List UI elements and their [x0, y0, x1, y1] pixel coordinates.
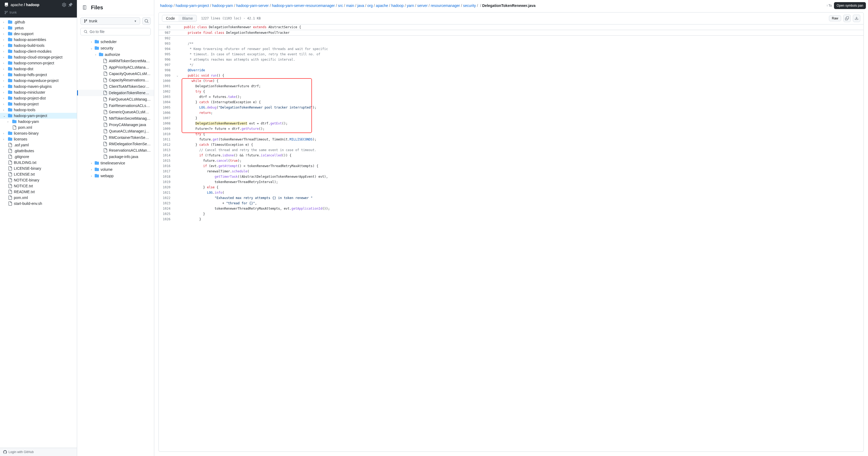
file-tree-item[interactable]: ›authorize — [77, 51, 154, 58]
tree-item-hadoop-assemblies[interactable]: ›hadoop-assemblies — [0, 37, 77, 42]
download-icon[interactable] — [853, 14, 860, 22]
tree-item-pom.xml[interactable]: pom.xml — [0, 195, 77, 201]
tree-item-hadoop-yarn[interactable]: ›hadoop-yarn — [0, 119, 77, 124]
code-line[interactable]: 1022 "Exhausted max retry attempts {} in… — [159, 195, 864, 201]
file-tree-item[interactable]: RMContainerTokenSecre... — [77, 134, 154, 141]
tree-item-hadoop-tools[interactable]: ›hadoop-tools — [0, 107, 77, 113]
code-line[interactable]: 997 */ — [159, 62, 864, 68]
breadcrumb-segment[interactable]: resourcemanager — [431, 3, 460, 8]
search-button[interactable] — [142, 17, 151, 25]
tree-item-LICENSE.txt[interactable]: LICENSE.txt — [0, 171, 77, 177]
file-tree-item[interactable]: CapacityReservationsAC... — [77, 77, 154, 83]
pin-icon[interactable] — [68, 3, 72, 7]
code-line[interactable]: 1002 try { — [159, 89, 864, 94]
tab-blame[interactable]: Blame — [179, 15, 196, 22]
tree-item-.github[interactable]: ›.github — [0, 19, 77, 25]
tree-item-NOTICE.txt[interactable]: NOTICE.txt — [0, 183, 77, 189]
tree-item-.gitignore[interactable]: .gitignore — [0, 154, 77, 160]
file-tree-item[interactable]: ›webapp — [77, 173, 154, 179]
tree-item-.asf.yaml[interactable]: .asf.yaml — [0, 142, 77, 148]
tree-item-pom.xml[interactable]: pom.xml — [0, 124, 77, 130]
tab-code[interactable]: Code — [162, 15, 179, 22]
file-tree-item[interactable]: ClientToAMTokenSecret... — [77, 83, 154, 90]
code-line[interactable]: 993 /** — [159, 41, 864, 46]
breadcrumb-segment[interactable]: security — [463, 3, 476, 8]
tree-item-licenses-binary[interactable]: ›licenses-binary — [0, 130, 77, 136]
tree-item-hadoop-client-modules[interactable]: ›hadoop-client-modules — [0, 49, 77, 54]
code-line[interactable]: 1006 return; — [159, 110, 864, 116]
login-with-github[interactable]: Login with GitHub — [0, 448, 77, 456]
code-line[interactable]: 1005 LOG.debug("DelegationTokenRenewer p… — [159, 105, 864, 110]
file-tree-item[interactable]: ProxyCAManager.java — [77, 122, 154, 128]
file-tree-item[interactable]: DelegationTokenRenewe... — [77, 90, 154, 96]
tree-item-.yetus[interactable]: ›.yetus — [0, 25, 77, 31]
tree-item-hadoop-hdfs-project[interactable]: ›hadoop-hdfs-project — [0, 72, 77, 78]
tree-item-NOTICE-binary[interactable]: NOTICE-binary — [0, 177, 77, 183]
code-line[interactable]: 999⌄ public void run() { — [159, 73, 864, 78]
file-tree-item[interactable]: ⌄security — [77, 45, 154, 51]
tree-item-hadoop-mapreduce-project[interactable]: ›hadoop-mapreduce-project — [0, 78, 77, 84]
tree-item-BUILDING.txt[interactable]: BUILDING.txt — [0, 160, 77, 165]
tree-item-hadoop-minicluster[interactable]: ›hadoop-minicluster — [0, 89, 77, 95]
tree-item-start-build-env.sh[interactable]: start-build-env.sh — [0, 201, 77, 207]
tree-item-hadoop-project[interactable]: ›hadoop-project — [0, 101, 77, 107]
file-tree-item[interactable]: NMTokenSecretManager... — [77, 115, 154, 122]
code-line[interactable]: 1013 // Cancel thread and retry the same… — [159, 147, 864, 153]
code-line[interactable]: 994 * Keep traversing <Future> of renewe… — [159, 46, 864, 52]
breadcrumb-segment[interactable]: hadoop — [391, 3, 404, 8]
file-tree-item[interactable]: QueueACLsManager.java — [77, 128, 154, 134]
breadcrumb-segment[interactable]: hadoop-yarn-server — [236, 3, 269, 8]
branch-selector[interactable]: trunk ▼ — [80, 17, 140, 25]
code-line[interactable]: 998 @Override — [159, 68, 864, 73]
file-tree-item[interactable]: GenericQueueACLsMan... — [77, 109, 154, 115]
tree-item-hadoop-project-dist[interactable]: ›hadoop-project-dist — [0, 95, 77, 101]
tree-item-.gitattributes[interactable]: .gitattributes — [0, 148, 77, 154]
file-tree-item[interactable]: FairReservationsACLsM... — [77, 102, 154, 109]
code-line[interactable]: 1015 future.cancel(true); — [159, 158, 864, 163]
code-line[interactable]: 995 * timeout. In case of timeout except… — [159, 52, 864, 57]
gear-icon[interactable] — [62, 3, 66, 7]
breadcrumb-segment[interactable]: yarn — [407, 3, 414, 8]
file-tree-item[interactable]: ›scheduler — [77, 38, 154, 45]
file-tree-item[interactable]: ReservationsACLsMana... — [77, 147, 154, 153]
to-top-link[interactable]: ↑ To — [826, 4, 832, 7]
code-line[interactable]: 1020 } else { — [159, 185, 864, 190]
tree-item-hadoop-yarn-project[interactable]: ⌄hadoop-yarn-project — [0, 113, 77, 119]
raw-button[interactable]: Raw — [829, 16, 841, 21]
file-tree-item[interactable]: ›volume — [77, 166, 154, 173]
file-tree-item[interactable]: RMDelegationTokenSecr... — [77, 141, 154, 147]
tree-item-hadoop-dist[interactable]: ›hadoop-dist — [0, 66, 77, 72]
code-line[interactable]: 1010 try { — [159, 131, 864, 137]
code-line[interactable]: 1008 DelegationTokenRenewerEvent evt = d… — [159, 121, 864, 126]
code-line[interactable]: 1003 dtrf = futures.take(); — [159, 94, 864, 99]
code-line[interactable]: 1014 if (!future.isDone() && !future.isC… — [159, 153, 864, 158]
file-tree-item[interactable]: ›timelineservice — [77, 160, 154, 166]
breadcrumb-segment[interactable]: hadoop-yarn-project — [176, 3, 209, 8]
code-line[interactable]: 1023 + "thread for {}", — [159, 201, 864, 206]
code-line[interactable]: 1021 LOG.info( — [159, 190, 864, 195]
file-tree-item[interactable]: package-info.java — [77, 153, 154, 160]
code-line[interactable]: 996 * attempts reaches max attempts with… — [159, 57, 864, 62]
file-tree-item[interactable]: FairQueueACLsManager... — [77, 96, 154, 102]
breadcrumb-segment[interactable]: apache — [376, 3, 388, 8]
code-line[interactable]: 1019 tokenRenewerThreadRetryInterval); — [159, 179, 864, 185]
breadcrumb-segment[interactable]: main — [346, 3, 354, 8]
breadcrumb-segment[interactable]: hadoop-yarn — [212, 3, 233, 8]
code-line[interactable]: 1001 DelegationTokenRenewerFuture dtrf; — [159, 84, 864, 89]
tree-item-README.txt[interactable]: README.txt — [0, 189, 77, 195]
code-line[interactable]: 1026 } — [159, 217, 864, 222]
repo-title[interactable]: apache / hadoop — [11, 3, 60, 7]
file-tree-item[interactable]: CapacityQueueACLsMa... — [77, 70, 154, 77]
branch-indicator[interactable]: trunk — [0, 9, 77, 18]
breadcrumb-segment[interactable]: hadoop — [160, 3, 173, 8]
breadcrumb-segment[interactable]: java — [358, 3, 364, 8]
code-line[interactable]: 1025 } — [159, 211, 864, 217]
code-line[interactable]: 1000 while (true) { — [159, 78, 864, 84]
code-line[interactable]: 1018 getTimerTask((AbstractDelegationTok… — [159, 174, 864, 179]
breadcrumb-segment[interactable]: hadoop-yarn-server-resourcemanager — [272, 3, 335, 8]
tree-item-hadoop-cloud-storage-project[interactable]: ›hadoop-cloud-storage-project — [0, 54, 77, 60]
breadcrumb-segment[interactable]: server — [417, 3, 428, 8]
sidebar-collapse-icon[interactable] — [82, 4, 88, 11]
tree-item-hadoop-maven-plugins[interactable]: ›hadoop-maven-plugins — [0, 84, 77, 89]
tree-item-hadoop-common-project[interactable]: ›hadoop-common-project — [0, 60, 77, 66]
